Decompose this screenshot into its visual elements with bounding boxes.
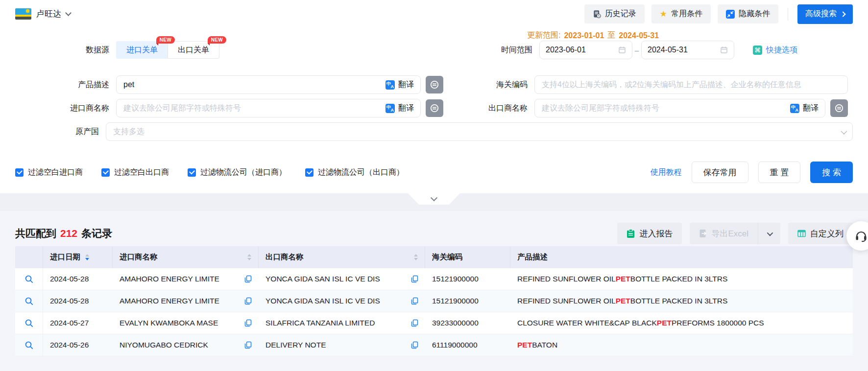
chevron-down-icon xyxy=(841,128,847,134)
divider xyxy=(788,8,788,21)
search-button[interactable]: 搜 索 xyxy=(810,162,853,183)
chevron-down-icon xyxy=(65,10,72,16)
filter-blank-importer[interactable]: 过滤空白进口商 xyxy=(15,167,83,178)
export-excel-label: 导出Excel xyxy=(711,228,748,239)
copy-icon[interactable] xyxy=(244,275,252,283)
header-importer[interactable]: 进口商名称 xyxy=(113,246,259,268)
export-icon xyxy=(699,229,707,238)
translate-button[interactable]: 中A 翻译 xyxy=(784,99,825,117)
copy-icon[interactable] xyxy=(244,297,252,305)
collapse-icon xyxy=(726,10,735,19)
copy-icon[interactable] xyxy=(411,319,418,327)
header-detail-col xyxy=(15,246,43,268)
translate-button[interactable]: 中A 翻译 xyxy=(379,76,420,93)
copy-icon[interactable] xyxy=(244,341,252,349)
command-icon: ⌘ xyxy=(753,46,762,55)
reset-button[interactable]: 重 置 xyxy=(758,162,801,183)
calendar-icon xyxy=(618,46,626,54)
view-detail-button[interactable] xyxy=(24,297,34,306)
time-range: 2023-06-01 – 2024-05-31 ⌘ 快捷选项 xyxy=(539,41,853,59)
copy-icon[interactable] xyxy=(244,319,252,327)
sort-control[interactable] xyxy=(247,254,251,260)
table-row: 2024-05-27 EVALYN KWAMBOKA MASE SILAFRIC… xyxy=(15,312,853,334)
chevron-down-icon xyxy=(767,230,773,236)
cell-exporter: SILAFRICA TANZANIA LIMITED xyxy=(259,312,425,334)
tab-export-customs[interactable]: 出口关单 NEW xyxy=(168,41,219,59)
update-range-to: 至 xyxy=(607,30,615,41)
copy-icon[interactable] xyxy=(411,297,418,305)
hide-conditions-label: 隐藏条件 xyxy=(739,9,770,19)
data-source-tabs: 进口关单 NEW 出口关单 NEW xyxy=(116,41,421,59)
importer-input[interactable] xyxy=(116,99,421,117)
country-name: 卢旺达 xyxy=(36,8,61,20)
quick-options-link[interactable]: ⌘ 快捷选项 xyxy=(753,45,797,55)
view-detail-button[interactable] xyxy=(24,319,34,328)
sort-control[interactable] xyxy=(414,254,418,260)
topbar-actions: 历史记录 ★ 常用条件 隐藏条件 高级搜索 xyxy=(584,4,853,24)
view-detail-button[interactable] xyxy=(24,275,34,284)
cell-importer: EVALYN KWAMBOKA MASE xyxy=(113,312,259,334)
translate-label: 翻译 xyxy=(803,103,819,114)
header-exporter[interactable]: 出口商名称 xyxy=(259,246,425,268)
cell-hs-code: 61119000000 xyxy=(425,334,510,356)
report-icon xyxy=(627,229,635,238)
product-desc-input[interactable] xyxy=(116,75,421,94)
cell-exporter: DELIVERY NOTE xyxy=(259,334,425,356)
exporter-input[interactable] xyxy=(534,99,825,117)
headset-icon xyxy=(854,229,868,243)
collapse-form-button[interactable] xyxy=(408,193,460,205)
filter-logistics-exporter[interactable]: 过滤物流公司（出口商） xyxy=(305,167,404,178)
header-import-date[interactable]: 进口日期 xyxy=(43,246,113,268)
translate-label: 翻译 xyxy=(398,80,414,90)
country-selector[interactable]: 卢旺达 xyxy=(15,8,71,20)
columns-icon xyxy=(797,230,806,237)
cell-product-desc: CLOSURE WATER WHITE&CAP BLACK PET PREFOR… xyxy=(510,312,853,334)
filter-logistics-importer[interactable]: 过滤物流公司（进口商） xyxy=(188,167,287,178)
exact-match-toggle[interactable] xyxy=(830,99,848,117)
filter-label: 过滤物流公司（进口商） xyxy=(200,167,287,178)
tutorial-link[interactable]: 使用教程 xyxy=(651,167,682,178)
table-body: 2024-05-28 AMAHORO ENERGY LIMITE YONCA G… xyxy=(15,268,853,356)
advanced-search-label: 高级搜索 xyxy=(805,9,837,19)
table-row: 2024-05-28 AMAHORO ENERGY LIMITE YONCA G… xyxy=(15,290,853,312)
filter-blank-exporter[interactable]: 过滤空白出口商 xyxy=(101,167,169,178)
hs-code-input[interactable] xyxy=(534,75,848,94)
quick-options-label: 快捷选项 xyxy=(766,45,797,55)
update-range-start: 2023-01-01 xyxy=(564,31,604,40)
advanced-search-button[interactable]: 高级搜索 xyxy=(797,4,853,24)
copy-icon[interactable] xyxy=(411,341,418,349)
history-button[interactable]: 历史记录 xyxy=(584,4,645,23)
date-end-input[interactable]: 2024-05-31 xyxy=(641,41,734,59)
results-table: 进口日期 进口商名称 出口商名称 海关编码 产品描述 2024-05-28 xyxy=(15,246,853,356)
cell-exporter: YONCA GIDA SAN ISL IC VE DIS xyxy=(259,290,425,312)
cell-hs-code: 15121900000 xyxy=(425,290,510,312)
results-section: 共匹配到 212 条记录 进入报告 导出Excel xyxy=(0,211,868,371)
enter-report-button[interactable]: 进入报告 xyxy=(617,223,682,244)
history-icon xyxy=(593,10,601,18)
product-desc-label: 产品描述 xyxy=(15,80,116,90)
export-dropdown-button[interactable] xyxy=(758,223,780,244)
hide-conditions-button[interactable]: 隐藏条件 xyxy=(718,4,778,23)
update-range: 更新范围: 2023-01-01 至 2024-05-31 xyxy=(527,30,659,41)
exact-match-toggle[interactable] xyxy=(426,99,443,117)
cell-hs-code: 15121900000 xyxy=(425,268,510,290)
topbar: 卢旺达 历史记录 ★ 常用条件 隐藏条件 高级搜索 xyxy=(0,0,868,28)
exact-match-toggle[interactable] xyxy=(426,76,443,93)
view-detail-button[interactable] xyxy=(24,341,34,350)
origin-country-label: 原产国 xyxy=(15,127,106,137)
enter-report-label: 进入报告 xyxy=(639,228,673,239)
translate-icon: 中A xyxy=(386,104,395,113)
customize-columns-button[interactable]: 自定义列 xyxy=(788,223,853,244)
tab-import-customs[interactable]: 进口关单 NEW xyxy=(116,41,168,59)
save-favorite-button[interactable]: 保存常用 xyxy=(692,162,748,183)
results-summary: 共匹配到 212 条记录 xyxy=(15,227,112,240)
chevron-down-icon xyxy=(431,194,437,201)
cell-date: 2024-05-27 xyxy=(43,312,113,334)
date-start-input[interactable]: 2023-06-01 xyxy=(539,41,632,59)
translate-button[interactable]: 中A 翻译 xyxy=(379,99,420,117)
origin-country-select[interactable]: 支持多选 xyxy=(106,122,853,141)
copy-icon[interactable] xyxy=(411,275,418,283)
sort-control[interactable] xyxy=(85,254,89,260)
export-excel-button[interactable]: 导出Excel xyxy=(690,223,758,244)
favorites-button[interactable]: ★ 常用条件 xyxy=(651,4,711,23)
